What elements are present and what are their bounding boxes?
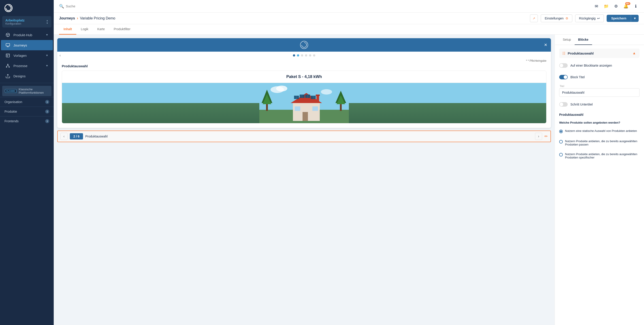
folder-icon[interactable]: 📁 bbox=[603, 3, 609, 9]
toggle-block-titel[interactable] bbox=[559, 75, 568, 79]
workspace-expand-icon: ▲ ▼ bbox=[46, 19, 48, 24]
undo-icon: ↩ bbox=[597, 16, 600, 20]
search-icon: 🔍 bbox=[59, 4, 64, 9]
design-icon bbox=[5, 73, 10, 78]
preview-card-header: ✕ bbox=[57, 38, 551, 52]
radio-button-static[interactable] bbox=[559, 130, 563, 133]
svg-point-9 bbox=[9, 67, 10, 67]
toggle-schritt-untertitel[interactable] bbox=[559, 102, 568, 107]
save-dropdown-button[interactable]: ▼ bbox=[631, 15, 639, 22]
tab-logik[interactable]: Logik bbox=[76, 24, 93, 35]
sidebar-item-vorlagen[interactable]: Vorlagen ▼ bbox=[1, 50, 53, 60]
pagination-dot-2[interactable] bbox=[297, 54, 299, 56]
titel-field-group: Titel bbox=[559, 85, 640, 97]
bell-icon[interactable]: 🔔 99+ bbox=[623, 3, 629, 9]
topbar: 🔍 ✉ 📁 ⚙ 🔔 99+ ℹ bbox=[54, 0, 644, 12]
required-star: * bbox=[526, 59, 528, 62]
nav-next-button[interactable]: › bbox=[535, 133, 542, 140]
radio-option-static: Nutzern eine statische Auswahl von Produ… bbox=[559, 128, 640, 135]
subheader-actions: ↗ Einstellungen ⚙ Rückgängig ↩ Speichern… bbox=[530, 14, 639, 22]
radio-option-specific: Nutzern Produkte anbieten, die zu bereit… bbox=[559, 151, 640, 160]
breadcrumb: Journeys › Variable Pricing Demo bbox=[59, 16, 115, 20]
external-link-button[interactable]: ↗ bbox=[530, 14, 538, 22]
product-card-title: Paket S - 4,18 kWh bbox=[62, 71, 546, 83]
svg-rect-4 bbox=[6, 54, 10, 57]
frontends-label: Frontends bbox=[4, 119, 18, 123]
breadcrumb-root[interactable]: Journeys bbox=[59, 16, 75, 20]
collapse-block-button[interactable]: ▲ bbox=[632, 51, 636, 55]
notification-badge: 99+ bbox=[625, 2, 630, 5]
journeys-icon bbox=[5, 43, 10, 48]
info-icon[interactable]: ℹ bbox=[633, 3, 639, 9]
sidebar-item-designs[interactable]: Designs bbox=[1, 71, 53, 81]
rpanel-tab-setup[interactable]: Setup bbox=[559, 35, 575, 45]
sidebar-item-produkt-hub[interactable]: Produkt-Hub ▼ bbox=[1, 30, 53, 40]
solar-house-svg bbox=[62, 83, 546, 123]
organisation-info-icon: ℹ bbox=[45, 100, 49, 104]
external-link-icon: ↗ bbox=[532, 16, 535, 20]
edit-step-button[interactable]: ✏ bbox=[544, 134, 548, 139]
pagination-dot-4[interactable] bbox=[305, 54, 307, 56]
preview-close-button[interactable]: ✕ bbox=[544, 42, 547, 47]
sidebar-item-organisation[interactable]: Organisation ℹ bbox=[0, 97, 54, 107]
product-card: Paket S - 4,18 kWh bbox=[62, 71, 546, 123]
block-header: Produktauswahl ▲ bbox=[559, 48, 640, 58]
classic-platform-section: CLASSIC Klassische Plattformfunktionen bbox=[2, 86, 52, 96]
tab-inhalt[interactable]: Inhalt bbox=[59, 24, 76, 35]
svg-line-11 bbox=[8, 65, 9, 67]
template-icon bbox=[5, 53, 10, 58]
svg-point-16 bbox=[321, 89, 332, 94]
workspace-label: Arbeitsplatz bbox=[5, 18, 24, 22]
preview-pane: ✕ ‹ * * Pflichtei bbox=[54, 35, 554, 325]
sidebar-item-prozesse[interactable]: Prozesse ▼ bbox=[1, 60, 53, 71]
journey-preview: ✕ ‹ * * Pflichtei bbox=[54, 35, 554, 325]
sidebar-item-frontends[interactable]: Frontends ℹ bbox=[0, 116, 54, 126]
toggle-blockkarte[interactable] bbox=[559, 63, 568, 68]
undo-button[interactable]: Rückgängig ↩ bbox=[575, 14, 604, 22]
classic-label: Klassische Plattformfunktionen bbox=[19, 88, 49, 94]
svg-rect-32 bbox=[295, 106, 300, 111]
settings-button[interactable]: Einstellungen ⚙ bbox=[540, 14, 572, 22]
nav-label-vorlagen: Vorlagen bbox=[14, 54, 42, 57]
tab-produktfilter[interactable]: Produktfilter bbox=[109, 24, 135, 35]
drag-handle-icon[interactable] bbox=[563, 52, 566, 55]
pagination-dot-5[interactable] bbox=[309, 54, 311, 56]
svg-rect-1 bbox=[6, 43, 10, 46]
pagination-dot-6[interactable] bbox=[313, 54, 315, 56]
settings-button-label: Einstellungen bbox=[545, 16, 564, 20]
classic-tag: CLASSIC bbox=[5, 89, 16, 93]
search-input[interactable] bbox=[66, 4, 590, 8]
mail-icon[interactable]: ✉ bbox=[594, 3, 599, 9]
nav-label-produkt-hub: Produkt-Hub bbox=[14, 33, 42, 37]
radio-button-specific[interactable] bbox=[559, 153, 563, 156]
settings-icon[interactable]: ⚙ bbox=[613, 3, 619, 9]
block-name-label: Produktauswahl bbox=[568, 51, 594, 55]
breadcrumb-current: Variable Pricing Demo bbox=[80, 16, 115, 20]
block-header-left: Produktauswahl bbox=[563, 51, 594, 55]
save-button[interactable]: Speichern bbox=[607, 15, 631, 22]
svg-rect-34 bbox=[316, 95, 319, 102]
nav-prev-button[interactable]: ‹ bbox=[60, 133, 68, 140]
sidebar-item-produkte[interactable]: Produkte ℹ bbox=[0, 107, 54, 116]
process-icon bbox=[5, 63, 10, 68]
preview-prev-button[interactable]: ‹ bbox=[60, 53, 61, 57]
tab-karte[interactable]: Karte bbox=[93, 24, 109, 35]
sidebar-item-journeys[interactable]: Journeys bbox=[1, 40, 53, 50]
workspace-section[interactable]: Arbeitsplatz Konfiguration ▲ ▼ bbox=[2, 16, 52, 27]
pagination-dot-3[interactable] bbox=[301, 54, 303, 56]
radio-option-related: Nutzern Produkte anbieten, die zu bereit… bbox=[559, 138, 640, 148]
radio-label-static: Nutzern eine statische Auswahl von Produ… bbox=[565, 129, 637, 133]
pagination-dot-1[interactable] bbox=[293, 54, 295, 56]
section-produktauswahl-title: Produktauswahl bbox=[559, 112, 640, 117]
radio-button-related[interactable] bbox=[559, 140, 563, 143]
svg-line-10 bbox=[6, 65, 8, 67]
breadcrumb-separator: › bbox=[77, 16, 78, 20]
titel-input[interactable] bbox=[559, 88, 640, 97]
preview-product-title: Produktauswahl bbox=[57, 64, 551, 71]
subheader: Journeys › Variable Pricing Demo ↗ Einst… bbox=[54, 12, 644, 24]
svg-point-7 bbox=[8, 64, 8, 65]
sidebar: Arbeitsplatz Konfiguration ▲ ▼ Produkt-H… bbox=[0, 0, 54, 325]
rpanel-tab-bloecke[interactable]: Blöcke bbox=[575, 35, 592, 45]
nav-arrow-vorlagen: ▼ bbox=[46, 54, 48, 57]
nav-arrow-prozesse: ▼ bbox=[46, 64, 48, 67]
